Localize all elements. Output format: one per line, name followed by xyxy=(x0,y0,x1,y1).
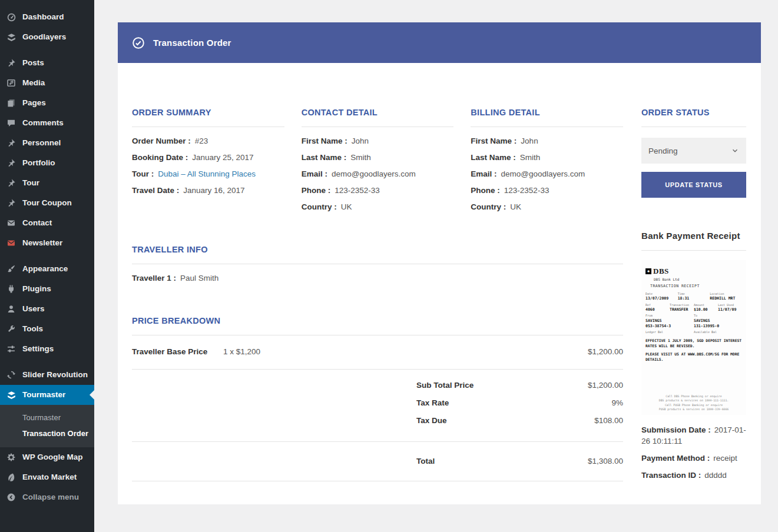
sidebar-item-contact[interactable]: Contact xyxy=(0,213,94,233)
sidebar-item-tools[interactable]: Tools xyxy=(0,319,94,339)
section-heading: BILLING DETAIL xyxy=(471,108,623,117)
submission-date-row: Submission Date :2017-01-26 10:11:11 xyxy=(641,424,746,447)
first-name-row: First Name :John xyxy=(471,133,623,149)
receipt-image[interactable]: ✱ DBS DBS Bank Ltd TRANSACTION RECEIPT D… xyxy=(641,260,746,415)
dbs-logo: ✱ DBS xyxy=(645,266,742,277)
user-icon xyxy=(6,304,16,314)
section-heading: PRICE BREAKDOWN xyxy=(132,316,623,325)
pushpin-icon xyxy=(6,198,16,208)
order-summary-section: ORDER SUMMARY Order Number :#23 Booking … xyxy=(132,108,284,215)
sidebar-item-portfolio[interactable]: Portfolio xyxy=(0,153,94,173)
phone-row: Phone :123-2352-33 xyxy=(302,182,454,199)
tour-row: Tour :Dubai – All Stunning Places xyxy=(132,166,284,182)
leaf-icon xyxy=(6,472,16,483)
sidebar-item-settings[interactable]: Settings xyxy=(0,339,94,359)
sidebar-item-goodlayers[interactable]: Goodlayers xyxy=(0,27,94,47)
payment-method-row: Payment Method :receipt xyxy=(641,453,746,464)
last-name-row: Last Name :Smith xyxy=(302,149,454,166)
panel-body: ORDER SUMMARY Order Number :#23 Booking … xyxy=(118,63,761,504)
sidebar-item-posts[interactable]: Posts xyxy=(0,53,94,73)
panel-header: Transaction Order xyxy=(118,22,761,63)
travel-date-row: Travel Date :January 16, 2017 xyxy=(132,182,284,199)
order-status-section: ORDER STATUS Pending UPDATE STATUS xyxy=(641,108,746,198)
sidebar-item-personnel[interactable]: Personnel xyxy=(0,133,94,153)
layers-icon xyxy=(6,32,16,42)
selected-status: Pending xyxy=(648,147,678,155)
last-name-row: Last Name :Smith xyxy=(471,149,623,166)
email-row: Email :demo@goodlayers.com xyxy=(471,166,623,182)
order-number-row: Order Number :#23 xyxy=(132,133,284,149)
tourmaster-submenu: Tourmaster Transaction Order xyxy=(0,405,94,447)
booking-date-row: Booking Date :January 25, 2017 xyxy=(132,149,284,166)
wrench-icon xyxy=(6,324,16,334)
sidebar-item-tourmaster[interactable]: Tourmaster xyxy=(0,385,94,405)
bank-payment-receipt-section: Bank Payment Receipt ✱ DBS DBS Bank Ltd … xyxy=(641,231,746,481)
sidebar-item-plugins[interactable]: Plugins xyxy=(0,279,94,299)
pushpin-icon xyxy=(6,178,16,188)
sidebar-item-newsletter[interactable]: Newsletter xyxy=(0,233,94,253)
receipt-footer: Call DBS Phone Banking or enquire DBS pr… xyxy=(645,394,742,411)
sidebar-item-comments[interactable]: Comments xyxy=(0,113,94,133)
update-status-button[interactable]: UPDATE STATUS xyxy=(641,172,746,198)
order-status-column: ORDER STATUS Pending UPDATE STATUS Bank … xyxy=(641,108,746,487)
bank-receipt-heading: Bank Payment Receipt xyxy=(641,231,746,241)
media-icon xyxy=(6,78,16,88)
sliders-icon xyxy=(6,344,16,354)
submenu-item-tourmaster[interactable]: Tourmaster xyxy=(0,410,94,425)
sidebar-item-collapse-menu[interactable]: Collapse menu xyxy=(0,487,94,507)
price-breakdown-section: PRICE BREAKDOWN Traveller Base Price 1 x… xyxy=(132,316,623,481)
country-row: Country :UK xyxy=(471,199,623,215)
payment-info: Submission Date :2017-01-26 10:11:11 Pay… xyxy=(641,424,746,481)
order-details-column: ORDER SUMMARY Order Number :#23 Booking … xyxy=(132,108,623,481)
traveller-row: Traveller 1 :Paul Smith xyxy=(132,270,623,287)
billing-detail-section: BILLING DETAIL First Name :John Last Nam… xyxy=(471,108,623,215)
dbs-logo-mark: ✱ xyxy=(645,268,651,274)
sidebar-item-tour[interactable]: Tour xyxy=(0,173,94,193)
email-row: Email :demo@goodlayers.com xyxy=(302,166,454,182)
check-circle-icon xyxy=(132,36,145,49)
dashboard-icon xyxy=(6,12,16,22)
comment-icon xyxy=(6,118,16,128)
base-price-row: Traveller Base Price 1 x $1,200 $1,200.0… xyxy=(132,335,623,369)
sidebar-item-pages[interactable]: Pages xyxy=(0,93,94,113)
traveller-info-section: TRAVELLER INFO Traveller 1 :Paul Smith xyxy=(132,245,623,287)
order-status-select[interactable]: Pending xyxy=(641,138,746,164)
tax-due-row: Tax Due$108.00 xyxy=(416,412,623,430)
total-row: Total$1,308.00 xyxy=(416,453,623,470)
submenu-item-transaction-order[interactable]: Transaction Order xyxy=(0,425,94,441)
tourmaster-layers-icon xyxy=(6,390,16,400)
sidebar-item-dashboard[interactable]: Dashboard xyxy=(0,7,94,27)
page-title: Transaction Order xyxy=(153,38,231,48)
section-heading: ORDER SUMMARY xyxy=(132,108,284,117)
first-name-row: First Name :John xyxy=(302,133,454,149)
pushpin-icon xyxy=(6,158,16,168)
collapse-arrow-icon xyxy=(6,492,16,503)
phone-row: Phone :123-2352-33 xyxy=(471,182,623,199)
sidebar-item-appearance[interactable]: Appearance xyxy=(0,259,94,279)
pushpin-icon xyxy=(6,138,16,148)
brush-icon xyxy=(6,264,16,274)
tour-link[interactable]: Dubai – All Stunning Places xyxy=(158,169,256,178)
sidebar-item-users[interactable]: Users xyxy=(0,299,94,319)
transaction-order-panel: Transaction Order ORDER SUMMARY Order Nu… xyxy=(118,22,761,504)
sidebar-item-slider-revolution[interactable]: Slider Revolution xyxy=(0,365,94,385)
sidebar-item-wp-google-map[interactable]: WP Google Map xyxy=(0,447,94,467)
sidebar-item-tour-coupon[interactable]: Tour Coupon xyxy=(0,193,94,213)
main-content: Transaction Order ORDER SUMMARY Order Nu… xyxy=(94,0,778,504)
section-heading: TRAVELLER INFO xyxy=(132,245,623,254)
contact-detail-section: CONTACT DETAIL First Name :John Last Nam… xyxy=(302,108,454,215)
sidebar-item-envato-market[interactable]: Envato Market xyxy=(0,467,94,487)
chevron-down-icon xyxy=(731,147,739,155)
admin-sidebar: Dashboard Goodlayers Posts Media Pages C… xyxy=(0,0,94,532)
sidebar-item-media[interactable]: Media xyxy=(0,73,94,93)
pages-icon xyxy=(6,98,16,108)
newsletter-envelope-icon xyxy=(6,238,16,248)
transaction-id-row: Transaction ID :ddddd xyxy=(641,470,746,481)
tax-rate-row: Tax Rate9% xyxy=(416,394,623,412)
envelope-icon xyxy=(6,218,16,228)
country-row: Country :UK xyxy=(302,199,454,215)
subtotal-row: Sub Total Price$1,200.00 xyxy=(416,377,623,394)
pushpin-icon xyxy=(6,58,16,68)
plug-icon xyxy=(6,284,16,294)
section-heading: CONTACT DETAIL xyxy=(302,108,454,117)
